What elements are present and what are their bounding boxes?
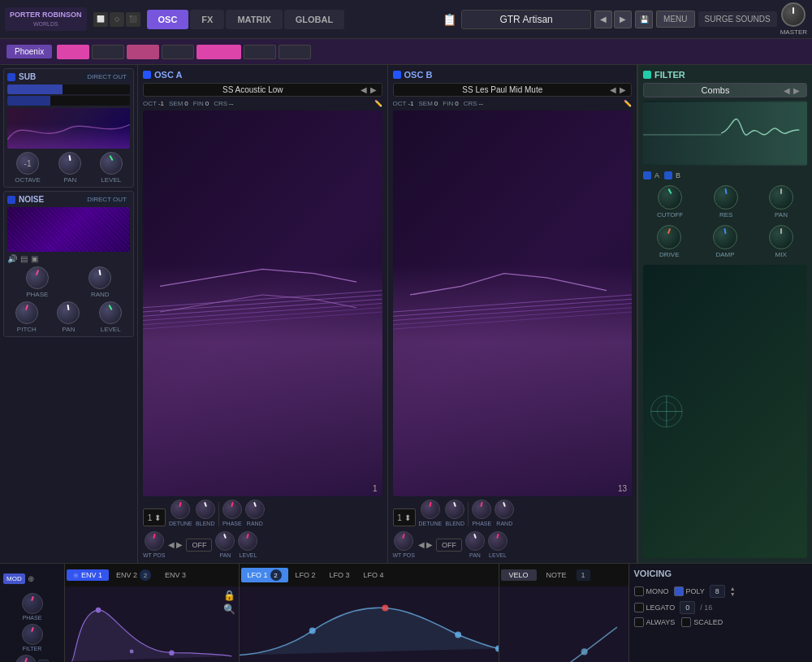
sub-slider-1[interactable]	[7, 84, 130, 94]
osc-b-crs-val[interactable]: --	[479, 100, 483, 107]
poly-check[interactable]	[674, 586, 684, 596]
osc-b-fin-val[interactable]: 0	[455, 100, 458, 107]
osc-b-oct-val[interactable]: -1	[408, 100, 413, 107]
noise-rand-knob[interactable]	[89, 266, 111, 289]
seq-block-3[interactable]	[127, 45, 159, 59]
master-knob[interactable]	[781, 2, 806, 27]
osc-b-blend-knob[interactable]	[445, 500, 464, 519]
velo-tab[interactable]: VELO	[501, 569, 537, 581]
mod-tab[interactable]: MOD	[3, 573, 25, 584]
tab-global[interactable]: GLOBAL	[284, 10, 344, 29]
note-tab[interactable]: NOTE	[538, 569, 575, 581]
tab-osc[interactable]: OSC	[147, 10, 189, 29]
osc-a-sem-val[interactable]: 0	[184, 100, 188, 107]
filter-a-check[interactable]	[643, 171, 651, 180]
filter-drive-knob[interactable]	[657, 225, 681, 249]
filter-res-knob[interactable]	[714, 185, 738, 210]
osc-a-nav-right[interactable]: ▶	[176, 540, 183, 549]
osc-b-next[interactable]: ▶	[620, 85, 626, 94]
sub-led[interactable]	[7, 73, 15, 81]
env3-tab[interactable]: ENV 3	[158, 569, 192, 581]
mod-phase-knob[interactable]	[22, 593, 43, 614]
noise-phase-knob[interactable]	[26, 266, 49, 289]
osc-a-off-dropdown[interactable]: OFF	[186, 539, 212, 552]
lfo4-tab[interactable]: LFO 4	[357, 569, 391, 581]
osc-a-next[interactable]: ▶	[370, 85, 377, 94]
seq-block-6[interactable]	[244, 45, 276, 59]
mono-check[interactable]	[634, 586, 644, 596]
seq-block-7[interactable]	[279, 45, 311, 59]
sub-pan-knob[interactable]	[58, 152, 81, 175]
osc-a-nav-left[interactable]: ◀	[168, 540, 175, 549]
seq-block-1[interactable]	[57, 45, 89, 59]
osc-a-blend-knob[interactable]	[196, 500, 215, 519]
preset-next[interactable]: ▶	[614, 11, 632, 28]
tab-matrix[interactable]: MATRIX	[226, 10, 282, 29]
osc-a-rand-knob[interactable]	[245, 500, 265, 519]
mod-icon-move[interactable]: ⊕	[28, 574, 34, 583]
osc-a-pan-knob[interactable]	[215, 531, 235, 551]
noise-icon-2[interactable]: ▤	[20, 254, 28, 263]
sub-slider-2[interactable]	[7, 96, 130, 106]
filter-next[interactable]: ▶	[793, 86, 800, 95]
osc-b-sem-val[interactable]: 0	[434, 100, 438, 107]
filter-prev[interactable]: ◀	[784, 86, 790, 95]
osc-a-wtpos-knob[interactable]	[145, 531, 164, 551]
osc-b-edit-icon[interactable]: ✏️	[624, 100, 632, 107]
poly-spin[interactable]: ▲ ▼	[730, 586, 736, 597]
noise-pitch-knob[interactable]	[15, 301, 38, 324]
osc-a-level-knob[interactable]	[238, 531, 257, 551]
mod-stereo-knob[interactable]	[15, 655, 37, 662]
osc-b-pan-knob[interactable]	[465, 531, 485, 551]
osc-a-phase-knob[interactable]	[222, 500, 242, 519]
osc-b-led[interactable]	[393, 71, 401, 79]
env2-tab[interactable]: ENV 2 2	[110, 568, 158, 582]
noise-led[interactable]	[7, 196, 15, 204]
filter-preset-name[interactable]: Combs	[650, 85, 780, 95]
tab-fx[interactable]: FX	[190, 10, 224, 29]
scaled-check[interactable]	[681, 617, 691, 627]
osc-a-edit-icon[interactable]: ✏️	[374, 100, 382, 107]
osc-b-phase-knob[interactable]	[472, 500, 491, 519]
lfo3-tab[interactable]: LFO 3	[323, 569, 356, 581]
mod-filter-knob[interactable]	[22, 624, 43, 645]
seq-block-2[interactable]	[92, 45, 124, 59]
noise-direct-out[interactable]: DIRECT OUT	[84, 195, 130, 204]
env1-tab[interactable]: ⊕ ENV 1	[67, 569, 109, 581]
poly-down[interactable]: ▼	[730, 591, 736, 597]
poly-num[interactable]: 8	[710, 585, 725, 598]
filter-mix-knob[interactable]	[769, 225, 793, 249]
lfo2-tab[interactable]: LFO 2	[289, 569, 322, 581]
filter-damp-knob[interactable]	[713, 225, 737, 249]
save-icon[interactable]: 💾	[635, 11, 653, 28]
osc-a-prev[interactable]: ◀	[361, 85, 367, 94]
legato-check[interactable]	[634, 603, 644, 612]
osc-a-detune-knob[interactable]	[171, 500, 190, 519]
osc-a-spinbox[interactable]: 1 ⬍	[143, 508, 166, 526]
osc-a-fin-val[interactable]: 0	[205, 100, 209, 107]
filter-b-check[interactable]	[664, 171, 672, 180]
osc-a-preset-name[interactable]: SS Acoustic Low	[149, 85, 357, 94]
osc-a-crs-val[interactable]: --	[229, 100, 233, 107]
always-check[interactable]	[634, 617, 644, 627]
osc-b-level-knob[interactable]	[488, 531, 508, 551]
sub-octave-knob[interactable]: -1	[16, 152, 39, 175]
noise-pan-knob[interactable]	[57, 301, 80, 324]
osc-a-led[interactable]	[143, 71, 151, 79]
icon-2[interactable]: ◇	[110, 12, 124, 27]
osc-b-spinbox[interactable]: 1 ⬍	[393, 508, 416, 526]
legato-num[interactable]: 0	[680, 601, 695, 614]
sub-level-knob[interactable]	[100, 152, 123, 175]
icon-1[interactable]: ⬜	[93, 12, 108, 27]
menu-button[interactable]: MENU	[656, 11, 694, 28]
osc-b-rand-knob[interactable]	[495, 500, 514, 519]
noise-icon-3[interactable]: ▣	[31, 254, 38, 263]
icon-3[interactable]: ⬛	[126, 12, 140, 27]
filter-cutoff-knob[interactable]	[658, 185, 682, 210]
noise-level-knob[interactable]	[99, 301, 122, 324]
preset-strip-name[interactable]: Phoenix	[6, 45, 52, 58]
osc-b-preset-name[interactable]: SS Les Paul Mid Mute	[399, 85, 607, 94]
seq-block-4[interactable]	[162, 45, 194, 59]
poly-up[interactable]: ▲	[730, 586, 736, 591]
osc-b-nav-left[interactable]: ◀	[418, 540, 425, 549]
